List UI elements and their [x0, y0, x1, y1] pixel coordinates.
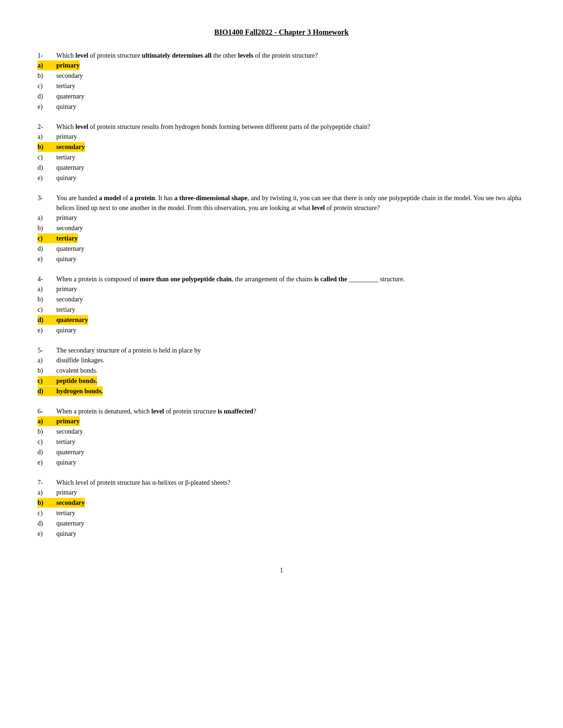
- option-letter: c): [38, 376, 56, 386]
- question-2-option-b: b)secondary: [38, 142, 525, 152]
- question-3-option-d: d)quaternary: [38, 244, 525, 254]
- option-text: primary: [56, 416, 80, 426]
- option-text: secondary: [56, 498, 85, 508]
- question-7-text: Which level of protein structure has α-h…: [56, 478, 525, 488]
- option-letter: a): [38, 132, 56, 142]
- option-letter: c): [38, 81, 56, 91]
- question-1-number: 1-: [38, 51, 56, 60]
- question-1-option-b: b)secondary: [38, 71, 525, 81]
- option-letter: e): [38, 325, 56, 335]
- option-letter: d): [38, 518, 56, 528]
- question-6: 6-When a protein is denatured, which lev…: [38, 406, 525, 467]
- question-5-text: The secondary structure of a protein is …: [56, 345, 525, 355]
- question-4: 4-When a protein is composed of more tha…: [38, 274, 525, 335]
- option-letter: a): [38, 355, 56, 365]
- option-letter: e): [38, 529, 56, 539]
- page-title: BIO1400 Fall2022 - Chapter 3 Homework: [38, 28, 525, 37]
- question-text-part: level: [76, 123, 88, 130]
- question-4-option-c: c)tertiary: [38, 305, 525, 315]
- question-3-row: 3-You are handed a model of a protein. I…: [38, 193, 525, 213]
- question-2-option-c: c)tertiary: [38, 152, 525, 162]
- question-text-part: You are handed: [56, 195, 99, 202]
- question-4-text: When a protein is composed of more than …: [56, 274, 525, 284]
- question-2-option-d: d)quaternary: [38, 163, 525, 173]
- question-2-number: 2-: [38, 122, 56, 132]
- question-7-option-e: e)quinary: [38, 529, 525, 539]
- question-6-option-e: e)quinary: [38, 458, 525, 467]
- option-letter: b): [38, 498, 56, 508]
- question-4-option-a: a)primary: [38, 284, 525, 294]
- question-text-part: , the arrangement of the chains: [232, 276, 314, 283]
- question-text-part: levels: [238, 52, 253, 59]
- question-1-option-d: d)quaternary: [38, 91, 525, 101]
- question-2-text: Which level of protein structure results…: [56, 122, 525, 132]
- question-text-part: a model: [99, 195, 121, 202]
- option-text: quinary: [56, 254, 76, 264]
- option-text: primary: [56, 284, 77, 294]
- option-text: quinary: [56, 173, 76, 183]
- question-7-option-c: c)tertiary: [38, 508, 525, 518]
- question-text-part: _________ structure.: [347, 276, 404, 283]
- option-letter: b): [38, 294, 56, 304]
- option-letter: e): [38, 173, 56, 183]
- option-letter: d): [38, 244, 56, 254]
- question-3-number: 3-: [38, 193, 56, 213]
- option-text: quinary: [56, 325, 76, 335]
- option-text: quinary: [56, 458, 76, 467]
- option-letter: b): [38, 427, 56, 436]
- question-text-part: of the protein structure?: [253, 52, 318, 59]
- question-text-part: When a protein is denatured, which: [56, 408, 152, 415]
- option-letter: d): [38, 447, 56, 457]
- question-7-option-d: d)quaternary: [38, 518, 525, 528]
- option-text: tertiary: [56, 305, 75, 315]
- option-letter: c): [38, 305, 56, 315]
- question-1-text: Which level of protein structure ultimat…: [56, 51, 525, 60]
- question-4-number: 4-: [38, 274, 56, 284]
- question-text-part: level: [312, 204, 325, 211]
- option-text: tertiary: [56, 508, 75, 518]
- option-text: primary: [56, 488, 77, 497]
- option-letter: d): [38, 315, 56, 325]
- option-letter: c): [38, 437, 56, 447]
- option-letter: e): [38, 254, 56, 264]
- question-text-part: of protein structure: [88, 52, 142, 59]
- option-letter: b): [38, 223, 56, 233]
- option-text: hydrogen bonds.: [56, 386, 103, 396]
- question-3-option-e: e)quinary: [38, 254, 525, 264]
- question-1-option-c: c)tertiary: [38, 81, 525, 91]
- option-text: secondary: [56, 223, 83, 233]
- option-text: quaternary: [56, 163, 84, 173]
- page-number: 1: [38, 567, 525, 574]
- option-letter: b): [38, 366, 56, 375]
- question-4-option-b: b)secondary: [38, 294, 525, 304]
- question-text-part: more than one polypeptide chain: [140, 276, 232, 283]
- option-text: tertiary: [56, 233, 78, 243]
- option-text: peptide bonds.: [56, 376, 97, 386]
- option-letter: a): [38, 416, 56, 426]
- option-letter: a): [38, 60, 56, 70]
- question-text-part: is called the: [314, 276, 347, 283]
- question-3: 3-You are handed a model of a protein. I…: [38, 193, 525, 264]
- question-6-option-d: d)quaternary: [38, 447, 525, 457]
- question-5: 5-The secondary structure of a protein i…: [38, 345, 525, 396]
- question-text-part: level: [76, 52, 88, 59]
- option-letter: c): [38, 233, 56, 243]
- option-letter: d): [38, 163, 56, 173]
- question-7: 7-Which level of protein structure has α…: [38, 478, 525, 539]
- question-5-option-d: d)hydrogen bonds.: [38, 386, 525, 396]
- option-text: quinary: [56, 102, 76, 112]
- question-text-part: of: [121, 195, 130, 202]
- question-4-option-d: d)quaternary: [38, 315, 525, 325]
- question-text-part: . It has: [155, 195, 174, 202]
- option-text: quinary: [56, 529, 76, 539]
- option-letter: c): [38, 508, 56, 518]
- question-4-option-e: e)quinary: [38, 325, 525, 335]
- option-text: primary: [56, 132, 77, 142]
- option-text: covalent bonds.: [56, 366, 98, 375]
- question-7-number: 7-: [38, 478, 56, 488]
- question-2-row: 2-Which level of protein structure resul…: [38, 122, 525, 132]
- option-text: tertiary: [56, 152, 75, 162]
- question-1-option-a: a)primary: [38, 60, 525, 70]
- option-text: primary: [56, 60, 80, 70]
- question-3-option-b: b)secondary: [38, 223, 525, 233]
